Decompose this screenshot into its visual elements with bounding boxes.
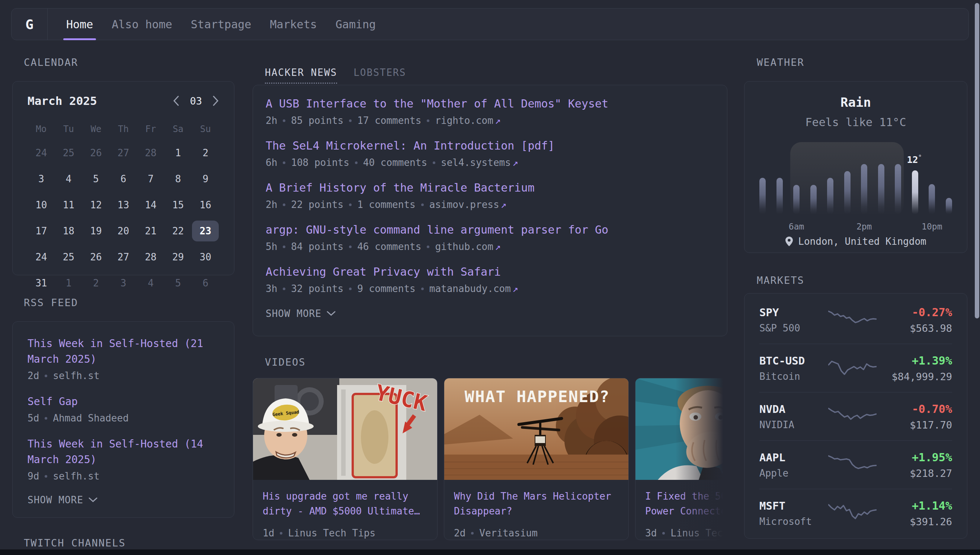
news-item-title[interactable]: A Brief History of the Miracle Bacterium	[266, 180, 714, 195]
video-age: 1d	[263, 528, 274, 539]
calendar-day[interactable]: 8	[165, 168, 192, 189]
news-item-source[interactable]: righto.com↗	[435, 115, 500, 126]
scrollbar-thumb[interactable]	[975, 3, 979, 318]
news-item-source[interactable]: asimov.press↗	[429, 199, 507, 210]
calendar-day[interactable]: 4	[137, 273, 164, 294]
nav-tab-home[interactable]: Home	[66, 8, 93, 40]
calendar-day[interactable]: 30	[192, 247, 219, 268]
calendar-day[interactable]: 24	[28, 247, 55, 268]
calendar-day[interactable]: 29	[165, 247, 192, 268]
calendar-day[interactable]: 31	[28, 273, 55, 294]
calendar-day[interactable]: 5	[165, 273, 192, 294]
nav-tab-also-home[interactable]: Also home	[112, 8, 172, 40]
news-item-title[interactable]: The SeL4 Microkernel: An Introduction [p…	[266, 138, 714, 153]
video-title[interactable]: Why Did The Mars Helicopter Disappear?	[454, 489, 619, 518]
news-item-source[interactable]: sel4.systems↗	[441, 157, 518, 168]
video-thumbnail: DO TH T	[635, 378, 727, 480]
news-item-comments[interactable]: 17 comments	[357, 115, 421, 126]
news-item-comments[interactable]: 9 comments	[357, 283, 415, 294]
rss-item-title[interactable]: Self Gap	[27, 394, 219, 409]
video-card[interactable]: ​ WHAT HAPPENED? Why Did The Mars Helico…	[444, 378, 629, 540]
calendar-day[interactable]: 10	[28, 194, 55, 215]
calendar-day[interactable]: 12	[83, 194, 109, 215]
news-show-more-button[interactable]: SHOW MORE	[266, 308, 714, 319]
tab-lobsters[interactable]: LOBSTERS	[353, 67, 406, 84]
nav-tab-markets[interactable]: Markets	[270, 8, 317, 40]
calendar-day[interactable]: 18	[55, 221, 82, 241]
calendar-day[interactable]: 24	[28, 143, 55, 163]
calendar-day[interactable]: 21	[137, 221, 164, 241]
video-title[interactable]: I Fixed the 5090 Power Connector	[645, 489, 727, 518]
calendar-day[interactable]: 2	[192, 143, 219, 163]
market-name: Bitcoin	[759, 371, 828, 382]
video-title[interactable]: His upgrade got me really dirty - AMD $5…	[263, 489, 428, 518]
market-row[interactable]: SPY S&P 500 -0.27% $563.98	[759, 296, 952, 344]
calendar-day[interactable]: 13	[110, 194, 136, 215]
calendar-day[interactable]: 20	[110, 221, 136, 241]
calendar-day[interactable]: 3	[28, 168, 55, 189]
calendar-day[interactable]: 14	[137, 194, 164, 215]
logo[interactable]: G	[11, 8, 48, 40]
calendar-day[interactable]: 15	[165, 194, 192, 215]
calendar-day[interactable]: 22	[165, 221, 192, 241]
calendar-day[interactable]: 16	[192, 194, 219, 215]
calendar-day[interactable]: 28	[137, 143, 164, 163]
rss-item-source: Ahmad Shadeed	[53, 412, 129, 424]
news-item-source[interactable]: matanabudy.com↗	[429, 283, 518, 294]
calendar-day[interactable]: 17	[28, 221, 55, 241]
calendar-day[interactable]: 6	[110, 168, 136, 189]
calendar-day[interactable]: 25	[55, 143, 82, 163]
market-quote: +1.39% $84,999.29	[892, 354, 952, 382]
calendar-day[interactable]: 11	[55, 194, 82, 215]
nav-tab-startpage[interactable]: Startpage	[191, 8, 252, 40]
thumbnail-headline-text: WHAT HAPPENED?	[465, 387, 610, 406]
calendar-day-selected[interactable]: 23	[192, 221, 219, 241]
video-card[interactable]: DO TH T I Fixed the 5090 Power Connector…	[635, 378, 727, 540]
market-row[interactable]: AAPL Apple +1.95% $218.27	[759, 440, 952, 489]
calendar-day[interactable]: 7	[137, 168, 164, 189]
news-item-meta: 5h 84 points 46 comments github.com↗	[266, 241, 714, 252]
chevron-right-icon[interactable]	[212, 95, 219, 106]
rss-item-title[interactable]: This Week in Self-Hosted (21 March 2025)	[27, 336, 219, 367]
calendar-day[interactable]: 28	[137, 247, 164, 268]
market-name: Apple	[759, 468, 828, 479]
calendar-month-title: March 2025	[27, 94, 97, 107]
calendar-day[interactable]: 26	[83, 247, 109, 268]
calendar-day[interactable]: 6	[192, 273, 219, 294]
rss-item-title[interactable]: This Week in Self-Hosted (14 March 2025)	[27, 436, 219, 468]
calendar-day[interactable]: 5	[83, 168, 109, 189]
market-row[interactable]: BTC-USD Bitcoin +1.39% $84,999.29	[759, 344, 952, 392]
market-sparkline	[828, 453, 877, 477]
calendar-day[interactable]: 2	[83, 273, 109, 294]
market-symbol: SPY	[759, 306, 828, 319]
news-item-title[interactable]: Achieving Great Privacy with Safari	[266, 265, 714, 279]
calendar-day[interactable]: 3	[110, 273, 136, 294]
news-item-title[interactable]: argp: GNU-style command line argument pa…	[266, 223, 714, 237]
market-row[interactable]: MSFT Microsoft +1.14% $391.26	[759, 489, 952, 537]
calendar-day[interactable]: 27	[110, 143, 136, 163]
video-caption: I Fixed the 5090 Power Connector 3dLinus…	[635, 480, 727, 540]
chevron-down-icon	[327, 311, 335, 316]
calendar-day[interactable]: 1	[165, 143, 192, 163]
calendar-day[interactable]: 26	[83, 143, 109, 163]
calendar-day[interactable]: 4	[55, 168, 82, 189]
news-item-comments[interactable]: 46 comments	[357, 241, 421, 252]
calendar-day[interactable]: 9	[192, 168, 219, 189]
video-title-line: Power Connector	[645, 504, 727, 518]
market-row[interactable]: NVDA NVIDIA -0.70% $117.70	[759, 392, 952, 440]
calendar-day[interactable]: 1	[55, 273, 82, 294]
nav-tab-gaming[interactable]: Gaming	[335, 8, 376, 40]
news-item-comments[interactable]: 1 comments	[357, 199, 415, 210]
chevron-left-icon[interactable]	[173, 95, 179, 106]
calendar-day[interactable]: 19	[83, 221, 109, 241]
tab-hacker-news[interactable]: HACKER NEWS	[265, 67, 337, 84]
rss-show-more-button[interactable]: SHOW MORE	[27, 494, 219, 505]
news-item-comments[interactable]: 40 comments	[363, 157, 427, 168]
calendar-day[interactable]: 25	[55, 247, 82, 268]
news-item-title[interactable]: A USB Interface to the "Mother of All De…	[266, 96, 714, 111]
news-item-age: 2h	[266, 199, 277, 210]
news-item-source[interactable]: github.com↗	[435, 241, 500, 252]
market-change: +1.95%	[910, 451, 952, 464]
calendar-day[interactable]: 27	[110, 247, 136, 268]
video-card[interactable]: Geek Squad YUCK His upgrade got me reall…	[253, 378, 438, 540]
